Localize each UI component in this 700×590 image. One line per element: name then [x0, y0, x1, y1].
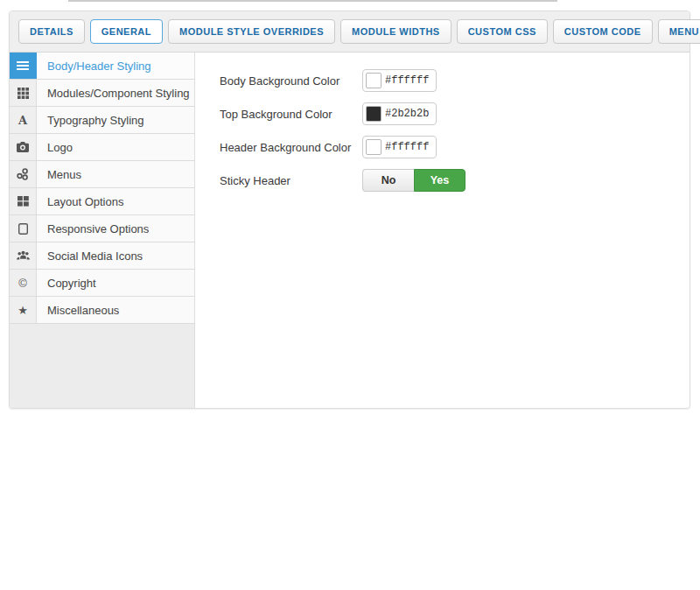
tab-general[interactable]: GENERAL [90, 19, 163, 44]
field-label: Sticky Header [220, 174, 362, 187]
camera-icon [10, 134, 37, 160]
header-background-color-input[interactable]: #ffffff [362, 136, 437, 158]
sidebar-item-layout-options[interactable]: Layout Options [10, 188, 194, 215]
color-swatch [366, 73, 382, 88]
sidebar-item-label: Responsive Options [37, 215, 194, 242]
sidebar-item-responsive-options[interactable]: Responsive Options [10, 215, 194, 242]
sidebar-item-label: Social Media Icons [37, 242, 194, 269]
sidebar-item-label: Body/Header Styling [37, 53, 194, 79]
sidebar-item-typography-styling[interactable]: ATypography Styling [10, 107, 194, 134]
tab-custom-code[interactable]: CUSTOM CODE [553, 19, 653, 44]
field-label: Header Background Color [220, 141, 362, 154]
panel-body: Body/Header StylingModules/Component Sty… [10, 53, 690, 408]
tab-bar: DETAILSGENERALMODULE STYLE OVERRIDESMODU… [10, 11, 690, 53]
toggle-option-yes[interactable]: Yes [414, 169, 466, 192]
body-background-color-input[interactable]: #ffffff [362, 69, 437, 92]
header-background-color-row: Header Background Color#ffffff [220, 136, 690, 158]
letter-a-icon: A [10, 107, 37, 133]
hex-value: #ffffff [385, 141, 429, 153]
color-swatch [366, 106, 382, 122]
copyright-icon: © [10, 270, 37, 296]
field-label: Top Background Color [220, 108, 362, 121]
sidebar-item-menus[interactable]: Menus [10, 161, 194, 188]
sidebar-item-social-media-icons[interactable]: Social Media Icons [10, 242, 194, 270]
tab-module-widths[interactable]: MODULE WIDTHS [340, 19, 452, 44]
tab-module-style-overrides[interactable]: MODULE STYLE OVERRIDES [168, 19, 335, 44]
body-background-color-row: Body Background Color#ffffff [220, 69, 690, 92]
sidebar-item-label: Logo [37, 134, 194, 160]
sidebar-item-label: Modules/Component Styling [37, 80, 194, 106]
toggle-option-no[interactable]: No [362, 169, 414, 192]
tab-details[interactable]: DETAILS [18, 19, 85, 44]
sticky-header-row: Sticky HeaderNoYes [220, 169, 690, 192]
top-background-color-input[interactable]: #2b2b2b [362, 102, 437, 125]
sidebar-item-label: Layout Options [37, 188, 194, 214]
template-settings-panel: DETAILSGENERALMODULE STYLE OVERRIDESMODU… [9, 11, 690, 409]
sidebar-item-miscellaneous[interactable]: ★Miscellaneous [10, 297, 194, 324]
tablet-outline-icon [10, 215, 37, 242]
settings-sidebar: Body/Header StylingModules/Component Sty… [10, 53, 195, 408]
sidebar-item-label: Menus [37, 161, 194, 187]
linked-circles-icon [10, 161, 37, 187]
sidebar-item-label: Miscellaneous [37, 297, 194, 323]
hex-value: #ffffff [385, 74, 429, 87]
color-swatch [366, 139, 382, 155]
sidebar-item-body-header-styling[interactable]: Body/Header Styling [10, 53, 194, 80]
sidebar-item-copyright[interactable]: ©Copyright [10, 270, 194, 297]
sidebar-item-modules-component-styling[interactable]: Modules/Component Styling [10, 80, 194, 107]
field-label: Body Background Color [220, 74, 362, 88]
sidebar-item-logo[interactable]: Logo [10, 134, 194, 161]
users-icon [10, 242, 37, 269]
hex-value: #2b2b2b [385, 108, 429, 120]
settings-form: Body Background Color#ffffffTop Backgrou… [195, 53, 690, 408]
sticky-header-toggle: NoYes [362, 169, 466, 192]
top-background-color-row: Top Background Color#2b2b2b [220, 102, 690, 125]
hamburger-icon [10, 53, 37, 79]
tab-menu-assignment[interactable]: MENU ASSIGNMENT [658, 19, 700, 44]
grid-2x2-icon [10, 188, 37, 214]
sidebar-item-label: Typography Styling [37, 107, 194, 133]
tab-custom-css[interactable]: CUSTOM CSS [457, 19, 548, 44]
sidebar-item-label: Copyright [37, 270, 194, 296]
star-icon: ★ [10, 297, 37, 323]
top-divider [68, 0, 557, 2]
grid-3x3-icon [10, 80, 37, 106]
